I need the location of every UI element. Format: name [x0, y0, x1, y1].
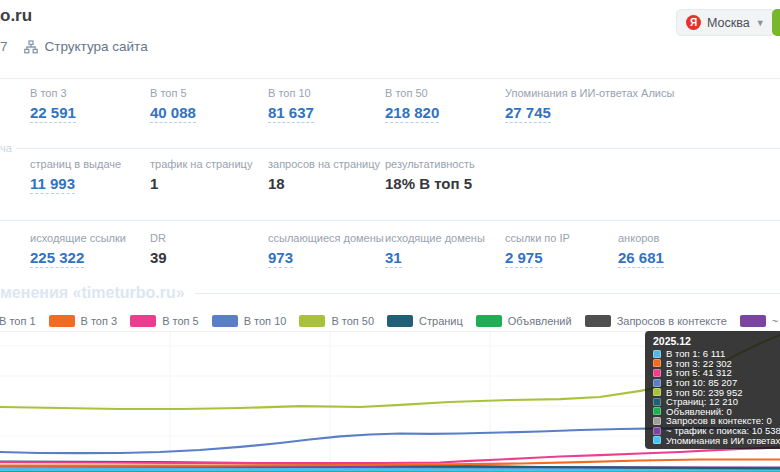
chevron-down-icon: ▼ [756, 18, 765, 28]
legend-swatch [299, 315, 325, 327]
stat-label: DR [150, 232, 268, 244]
stat-value[interactable]: 81 637 [268, 104, 314, 123]
legend-label: В топ 5 [162, 315, 199, 327]
stat-label: анкоров [618, 232, 780, 244]
tooltip-swatch [653, 350, 661, 358]
stat-card: трафик на страницу1 [150, 158, 268, 194]
legend-swatch [387, 315, 413, 327]
stat-card: ссылающиеся домены973 [268, 232, 385, 268]
stat-card: исходящие домены31 [385, 232, 505, 268]
stat-card: В топ 540 088 [150, 87, 268, 123]
site-structure-link[interactable]: Структура сайта [24, 39, 148, 54]
stats-row-links: исходящие ссылки225 322DR39ссылающиеся д… [30, 232, 780, 268]
site-title: o.ru [0, 6, 32, 26]
stat-value: 18% В топ 5 [385, 175, 472, 192]
tooltip-swatch [653, 427, 661, 435]
tooltip-swatch [653, 407, 661, 415]
yandex-icon: Я [686, 15, 701, 30]
stat-card: В топ 1081 637 [268, 87, 385, 123]
header-sub-row: 7 Структура сайта [0, 39, 148, 54]
tooltip-swatch [653, 379, 661, 387]
stat-label: исходящие домены [385, 232, 505, 244]
tooltip-swatch [653, 388, 661, 396]
changes-section-header: менения «timeturbo.ru» [0, 284, 780, 302]
legend-label: ~ трафик с поиска [772, 315, 780, 327]
stat-card: исходящие ссылки225 322 [30, 232, 150, 268]
legend-item[interactable]: Объявлений [476, 315, 572, 327]
stat-label: трафик на страницу [150, 158, 268, 170]
tooltip-swatch [653, 398, 661, 406]
tooltip-text: Упоминания в ИИ ответах Алисы: 25 1 [666, 435, 780, 446]
legend-swatch [740, 315, 766, 327]
stat-value[interactable]: 40 088 [150, 104, 196, 123]
stat-label: ссылки по IP [505, 232, 618, 244]
legend-item[interactable]: В топ 50 [299, 315, 374, 327]
stat-value[interactable]: 27 745 [505, 104, 551, 123]
legend-label: Запросов в контексте [617, 315, 727, 327]
stat-value: 39 [150, 249, 167, 266]
stat-label: запросов на страницу [268, 158, 385, 170]
stat-value: 18 [268, 175, 285, 192]
structure-link-label: Структура сайта [45, 39, 148, 54]
chart-tooltip: 2025.12 В топ 1: 6 111В топ 3: 22 302В т… [645, 331, 780, 449]
section-divider-serp: ча [0, 143, 780, 154]
stat-label: В топ 3 [30, 87, 150, 99]
stat-value[interactable]: 11 993 [30, 175, 75, 194]
region-label: Москва [707, 16, 750, 30]
stat-label: ссылающиеся домены [268, 232, 385, 244]
page: o.ru 7 Структура сайта Я Москва ▼ В топ … [0, 0, 780, 472]
legend-item[interactable]: В топ 1 [0, 315, 36, 327]
stat-label: результативность [385, 158, 505, 170]
legend-label: В топ 50 [331, 315, 374, 327]
stats-row-positions: В топ 322 591В топ 540 088В топ 1081 637… [30, 87, 780, 123]
stat-value[interactable]: 973 [268, 249, 293, 268]
tooltip-swatch [653, 417, 661, 425]
tooltip-swatch [653, 436, 661, 444]
stat-value[interactable]: 31 [385, 249, 402, 268]
stat-value[interactable]: 218 820 [385, 104, 439, 123]
stat-value[interactable]: 225 322 [30, 249, 84, 268]
legend-swatch [585, 315, 611, 327]
stat-card: ссылки по IP2 975 [505, 232, 618, 268]
legend-label: В топ 1 [0, 315, 36, 327]
legend-item[interactable]: ~ трафик с поиска [740, 315, 780, 327]
region-selector-button[interactable]: Я Москва ▼ [676, 9, 775, 36]
stat-card: страниц в выдаче11 993 [30, 158, 150, 194]
legend-item[interactable]: В топ 3 [49, 315, 118, 327]
tooltip-swatch [653, 369, 661, 377]
legend-label: В топ 3 [81, 315, 118, 327]
legend-label: Страниц [419, 315, 463, 327]
legend-swatch [49, 315, 75, 327]
section-divider-links [0, 220, 780, 221]
legend-item[interactable]: В топ 5 [130, 315, 199, 327]
stat-label: исходящие ссылки [30, 232, 150, 244]
stat-card: анкоров26 681 [618, 232, 780, 268]
section-label-partial: ча [0, 143, 12, 154]
sitemap-icon [24, 40, 38, 54]
legend-item[interactable]: Страниц [387, 315, 463, 327]
divider-line [195, 293, 780, 294]
legend-item[interactable]: В топ 10 [212, 315, 287, 327]
changes-section-title: менения «timeturbo.ru» [0, 284, 185, 302]
legend-item[interactable]: Запросов в контексте [585, 315, 727, 327]
stat-card: результативность18% В топ 5 [385, 158, 505, 194]
stat-value[interactable]: 26 681 [618, 249, 664, 268]
stat-value[interactable]: 2 975 [505, 249, 543, 268]
header-divider [0, 78, 780, 79]
action-button-partial[interactable] [772, 9, 780, 36]
stat-label: В топ 10 [268, 87, 385, 99]
stat-card: Упоминания в ИИ-ответах Алисы27 745 [505, 87, 618, 123]
legend-label: Объявлений [508, 315, 572, 327]
stat-label: В топ 50 [385, 87, 505, 99]
stat-label: В топ 5 [150, 87, 268, 99]
stat-value[interactable]: 22 591 [30, 104, 76, 123]
tooltip-row: Упоминания в ИИ ответах Алисы: 25 1 [653, 435, 780, 445]
legend-label: В топ 10 [244, 315, 287, 327]
legend-swatch [476, 315, 502, 327]
stat-card: В топ 322 591 [30, 87, 150, 123]
stat-card: DR39 [150, 232, 268, 268]
stat-label: Упоминания в ИИ-ответах Алисы [505, 87, 618, 99]
stat-value: 1 [150, 175, 158, 192]
legend-swatch [130, 315, 156, 327]
tooltip-swatch [653, 359, 661, 367]
